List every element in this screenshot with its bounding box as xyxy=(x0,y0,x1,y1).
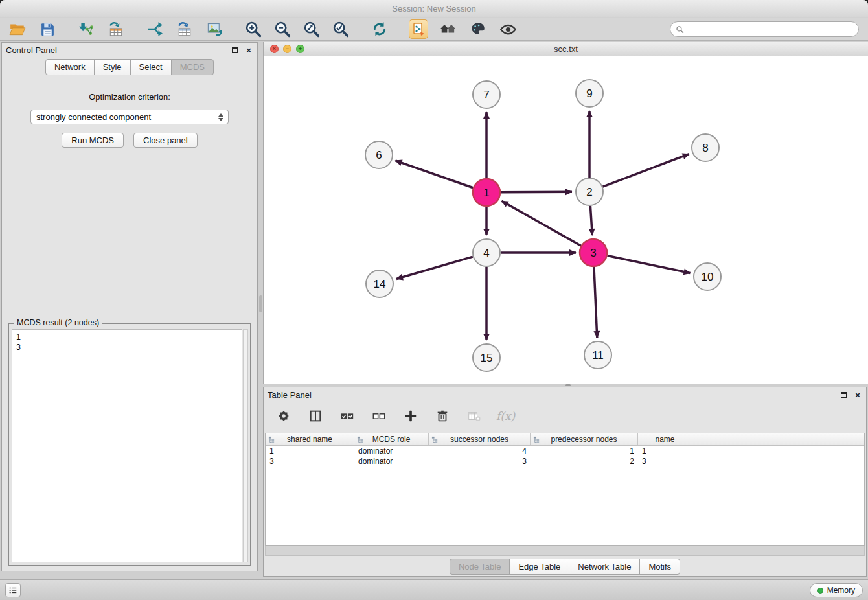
zoom-in-button[interactable] xyxy=(244,19,263,39)
import-table-button[interactable] xyxy=(106,19,126,39)
column-header-mcds-role[interactable]: MCDS role xyxy=(354,433,429,445)
graph-edge-2-3[interactable] xyxy=(590,206,592,235)
home-layout-button[interactable] xyxy=(439,19,458,39)
graph-edge-3-11[interactable] xyxy=(594,267,597,338)
show-columns-button[interactable] xyxy=(306,406,325,426)
cell-name[interactable]: 3 xyxy=(638,456,692,467)
graph-edge-3-1[interactable] xyxy=(502,201,581,246)
graph-node-1[interactable]: 1 xyxy=(473,179,500,206)
cell-successor-nodes[interactable]: 3 xyxy=(429,456,531,467)
graph-edge-2-8[interactable] xyxy=(603,154,689,187)
zoom-fit-button[interactable] xyxy=(302,19,321,39)
attribute-icon xyxy=(533,436,540,443)
task-history-button[interactable] xyxy=(5,583,21,597)
result-scrollbar[interactable] xyxy=(243,329,248,562)
close-table-panel-icon[interactable]: × xyxy=(853,390,862,399)
tab-style[interactable]: Style xyxy=(94,59,131,75)
table-row[interactable]: 3 dominator 3 2 3 xyxy=(266,456,864,467)
cell-successor-nodes[interactable]: 4 xyxy=(429,446,531,456)
table-disabled-icon xyxy=(467,409,481,423)
table-panel-header: Table Panel × xyxy=(264,387,866,402)
close-panel-icon[interactable]: × xyxy=(244,45,253,54)
graph-node-4[interactable]: 4 xyxy=(473,239,500,266)
zoom-selected-button[interactable] xyxy=(331,19,350,39)
new-network-button[interactable] xyxy=(145,19,165,39)
table-splitter-handle[interactable] xyxy=(565,384,571,386)
import-network-button[interactable] xyxy=(76,19,96,39)
import-table-disabled-button xyxy=(464,406,484,426)
column-header-name[interactable]: name xyxy=(638,433,692,445)
graph-edge-1-2[interactable] xyxy=(501,192,572,192)
delete-column-button[interactable] xyxy=(433,406,452,426)
graph-node-2[interactable]: 2 xyxy=(576,178,603,205)
table-row[interactable]: 1 dominator 4 1 1 xyxy=(266,446,864,456)
save-session-button[interactable] xyxy=(38,19,57,39)
cell-shared-name[interactable]: 1 xyxy=(266,446,354,456)
column-header-shared-name[interactable]: shared name xyxy=(266,433,354,445)
graph-node-8[interactable]: 8 xyxy=(692,134,719,161)
cell-predecessor-nodes[interactable]: 1 xyxy=(531,446,638,456)
open-session-button[interactable] xyxy=(8,19,27,39)
network-doc-button[interactable] xyxy=(409,19,428,39)
svg-text:10: 10 xyxy=(702,271,714,283)
panel-splitter[interactable] xyxy=(258,41,263,579)
tab-edge-table[interactable]: Edge Table xyxy=(509,559,569,575)
close-panel-button[interactable]: Close panel xyxy=(133,133,198,148)
graph-edge-1-6[interactable] xyxy=(395,161,473,188)
cell-predecessor-nodes[interactable]: 2 xyxy=(531,456,638,467)
window-titlebar[interactable]: Session: New Session xyxy=(0,0,868,17)
cell-mcds-role[interactable]: dominator xyxy=(354,446,429,456)
column-header-successor-nodes[interactable]: successor nodes xyxy=(429,433,531,445)
graph-node-15[interactable]: 15 xyxy=(473,344,500,371)
tab-node-table[interactable]: Node Table xyxy=(450,559,510,575)
tab-motifs[interactable]: Motifs xyxy=(639,559,680,575)
refresh-view-button[interactable] xyxy=(370,19,389,39)
float-table-panel-icon[interactable] xyxy=(839,390,848,399)
graph-node-10[interactable]: 10 xyxy=(694,263,721,290)
graph-node-3[interactable]: 3 xyxy=(580,239,607,266)
apply-style-button[interactable] xyxy=(468,19,488,39)
search-input[interactable] xyxy=(687,25,858,34)
graph-node-6[interactable]: 6 xyxy=(365,141,393,168)
tab-select[interactable]: Select xyxy=(130,59,172,75)
graph-node-9[interactable]: 9 xyxy=(576,80,603,107)
tab-network[interactable]: Network xyxy=(45,59,95,75)
export-image-button[interactable] xyxy=(205,19,224,39)
tab-network-table[interactable]: Network Table xyxy=(569,559,640,575)
select-all-columns-button[interactable] xyxy=(337,406,357,426)
zoom-window-icon[interactable]: + xyxy=(296,45,304,53)
cell-shared-name[interactable]: 3 xyxy=(266,456,354,467)
table-scroll-strip[interactable] xyxy=(265,546,865,556)
float-panel-icon[interactable] xyxy=(230,45,239,54)
deselect-all-columns-button[interactable] xyxy=(369,406,389,426)
create-column-button[interactable] xyxy=(401,406,420,426)
tab-mcds[interactable]: MCDS xyxy=(171,59,214,75)
close-window-icon[interactable]: × xyxy=(270,45,279,53)
graph-node-7[interactable]: 7 xyxy=(473,81,500,108)
graph-node-14[interactable]: 14 xyxy=(366,270,393,297)
criterion-select[interactable]: strongly connected component xyxy=(30,110,229,124)
network-window-titlebar[interactable]: × − + scc.txt xyxy=(264,42,868,56)
memory-button[interactable]: Memory xyxy=(810,583,863,597)
graph-edge-3-10[interactable] xyxy=(608,256,691,273)
graph-edge-4-14[interactable] xyxy=(396,257,473,279)
network-graph[interactable]: 7968124314101511 xyxy=(264,56,868,384)
network-canvas[interactable]: 7968124314101511 xyxy=(264,56,868,384)
zoom-out-button[interactable] xyxy=(273,19,292,39)
cell-name[interactable]: 1 xyxy=(638,446,692,456)
zoom-out-icon xyxy=(273,20,291,38)
cell-mcds-role[interactable]: dominator xyxy=(354,456,429,467)
graph-node-11[interactable]: 11 xyxy=(584,341,611,369)
import-table-icon xyxy=(108,21,124,38)
minimize-window-icon[interactable]: − xyxy=(283,45,291,53)
zoom-fit-icon xyxy=(303,20,321,38)
table-settings-button[interactable] xyxy=(274,406,293,426)
search-box[interactable] xyxy=(670,21,859,37)
new-table-button[interactable] xyxy=(175,19,194,39)
column-header-predecessor-nodes[interactable]: predecessor nodes xyxy=(531,433,638,445)
run-mcds-button[interactable]: Run MCDS xyxy=(62,133,124,148)
splitter-thumb[interactable] xyxy=(259,295,262,312)
attribute-icon xyxy=(431,436,439,443)
mcds-result-list[interactable]: 1 3 xyxy=(12,329,242,562)
show-hide-button[interactable] xyxy=(498,19,518,39)
